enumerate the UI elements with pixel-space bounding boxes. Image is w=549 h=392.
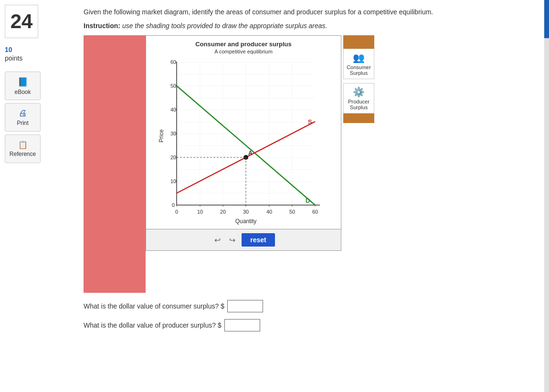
chart-subtitle: A competitive equilibrium <box>151 49 336 54</box>
svg-text:60: 60 <box>312 209 318 215</box>
print-button[interactable]: 🖨 Print <box>5 103 41 132</box>
reset-button[interactable]: reset <box>242 233 274 247</box>
producer-surplus-icon: ⚙️ <box>353 86 365 98</box>
print-icon: 🖨 <box>19 108 27 118</box>
producer-surplus-question: What is the dollar value of producer sur… <box>84 321 222 329</box>
equilibrium-label: A <box>248 150 253 156</box>
svg-text:10: 10 <box>197 209 203 215</box>
ebook-button[interactable]: 📘 eBook <box>5 72 41 100</box>
input-questions: What is the dollar value of consumer sur… <box>84 300 544 331</box>
consumer-surplus-input[interactable] <box>227 300 263 312</box>
main-content: Given the following market diagram, iden… <box>84 5 544 338</box>
instruction-text: Instruction: use the shading tools provi… <box>84 22 544 30</box>
svg-text:40: 40 <box>266 209 272 215</box>
chart-svg: 0 10 20 30 40 50 60 0 10 20 30 40 50 60 <box>158 57 329 229</box>
points-label: points <box>5 54 22 62</box>
redo-button[interactable]: ↪ <box>227 235 238 246</box>
chart-controls: ↩ ↪ reset <box>146 229 341 251</box>
producer-surplus-input[interactable] <box>224 319 260 331</box>
right-panel: 👥 ConsumerSurplus ⚙️ ProducerSurplus <box>343 35 374 123</box>
consumer-surplus-tool[interactable]: 👥 ConsumerSurplus <box>343 49 374 79</box>
demand-label: D <box>306 197 310 204</box>
ebook-icon: 📘 <box>18 77 28 87</box>
svg-text:30: 30 <box>243 209 249 215</box>
chart-wrapper: Consumer and producer surplus A competit… <box>84 35 544 293</box>
producer-surplus-label: ProducerSurplus <box>348 99 370 110</box>
instruction-body: use the shading tools provided to draw t… <box>122 22 327 30</box>
chart-container: Consumer and producer surplus A competit… <box>146 35 341 229</box>
question-number-box: 24 <box>5 5 38 38</box>
instruction-label: Instruction: <box>84 22 120 30</box>
svg-text:50: 50 <box>289 209 295 215</box>
scrollbar-thumb[interactable] <box>544 0 549 38</box>
svg-text:0: 0 <box>175 209 178 215</box>
producer-surplus-row: What is the dollar value of producer sur… <box>84 319 544 331</box>
reference-icon: 📋 <box>18 140 28 149</box>
reference-button[interactable]: 📋 Reference <box>5 134 41 163</box>
question-number: 24 <box>11 10 33 33</box>
chart-and-controls: Consumer and producer surplus A competit… <box>146 35 341 251</box>
consumer-surplus-question: What is the dollar value of consumer sur… <box>84 302 224 310</box>
svg-text:Quantity: Quantity <box>235 218 257 225</box>
svg-text:Price: Price <box>158 129 165 143</box>
points-value: 10 <box>5 45 22 54</box>
reference-label: Reference <box>10 151 36 157</box>
bottom-orange-bar <box>343 113 374 123</box>
chart-title: Consumer and producer surplus <box>151 41 336 48</box>
ebook-label: eBook <box>14 89 31 95</box>
top-orange-bar <box>343 35 374 49</box>
svg-rect-0 <box>177 62 315 205</box>
svg-text:0: 0 <box>172 202 175 208</box>
consumer-surplus-label: ConsumerSurplus <box>347 64 371 76</box>
red-shaded-area <box>84 35 146 293</box>
supply-label: S <box>308 118 312 125</box>
sidebar-tools: 📘 eBook 🖨 Print 📋 Reference <box>5 72 41 163</box>
undo-button[interactable]: ↩ <box>212 235 223 246</box>
consumer-surplus-icon: 👥 <box>353 52 365 63</box>
points-area: 10 points <box>5 45 22 62</box>
svg-text:20: 20 <box>220 209 226 215</box>
print-label: Print <box>17 120 29 126</box>
consumer-surplus-row: What is the dollar value of consumer sur… <box>84 300 544 312</box>
scrollbar[interactable] <box>544 0 549 392</box>
producer-surplus-tool[interactable]: ⚙️ ProducerSurplus <box>343 83 374 113</box>
question-text: Given the following market diagram, iden… <box>84 7 513 17</box>
